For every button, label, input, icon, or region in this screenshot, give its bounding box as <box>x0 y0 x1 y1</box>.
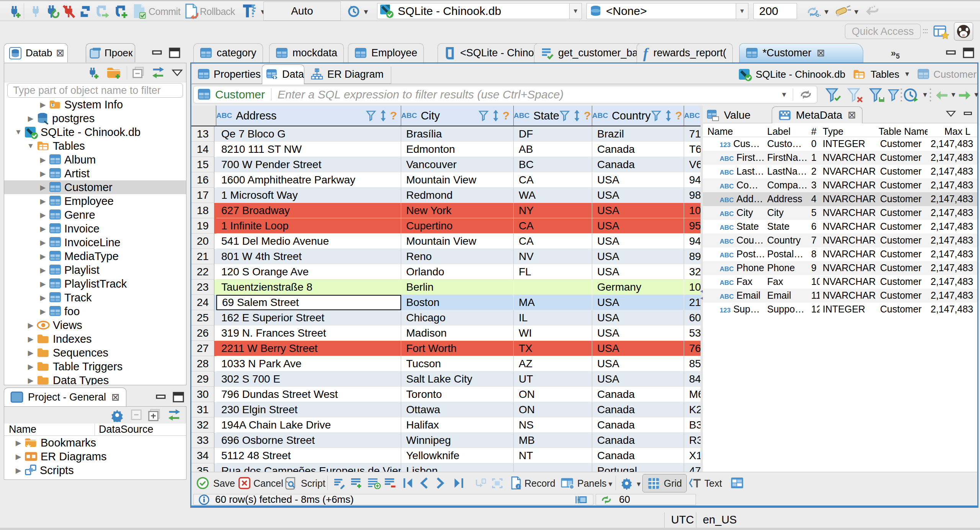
svg-text:i: i <box>518 484 519 489</box>
